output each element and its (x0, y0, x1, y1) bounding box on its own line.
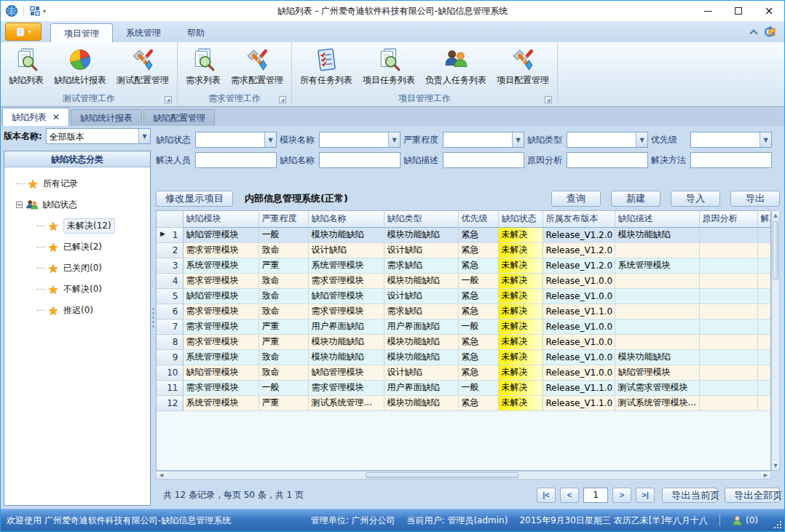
ribbon-button-缺陷统计报表[interactable]: 缺陷统计报表 (49, 44, 111, 88)
horizontal-scroll-thumb[interactable] (366, 472, 519, 478)
ribbon-button-负责人任务列表[interactable]: 负责人任务列表 (420, 44, 492, 88)
tree-item-推迟(0)[interactable]: ★推迟(0) (4, 300, 150, 321)
combo-dropdown-icon[interactable]: ▼ (636, 132, 647, 147)
ribbon-button-项目配置管理[interactable]: 项目配置管理 (492, 44, 554, 88)
quick-access-grid-icon[interactable] (29, 5, 41, 17)
style-refresh-icon[interactable] (764, 25, 777, 39)
export-all-pages-button[interactable]: 导出全部页 (725, 488, 780, 503)
filter-input-缺陷名称[interactable] (319, 152, 401, 168)
filter-combo-严重程度[interactable]: ▼ (443, 132, 524, 148)
combo-dropdown-icon[interactable]: ▼ (512, 132, 524, 147)
ribbon-button-需求列表[interactable]: 需求列表 (181, 44, 226, 88)
tree-item-未解决(12)[interactable]: ★未解决(12) (4, 215, 150, 237)
combo-dropdown-icon[interactable]: ▼ (760, 132, 771, 147)
filter-input-原因分析[interactable] (567, 152, 648, 168)
cell-缺陷名称: 需求管理模块 (308, 303, 384, 319)
cell-缺陷描述: 测试系统管理模块... (615, 395, 699, 410)
ribbon-button-需求配置管理[interactable]: 需求配置管理 (226, 44, 288, 88)
ribbon-tab-项目管理[interactable]: 项目管理 (50, 23, 113, 42)
dialog-launcher-icon[interactable]: ◢ (279, 96, 286, 103)
version-combo[interactable]: 全部版本 ▼ (46, 128, 151, 144)
tree-item-缺陷状态[interactable]: 缺陷状态 (4, 194, 150, 215)
filter-input-解决方法[interactable] (690, 152, 772, 168)
tab-close-icon[interactable]: ✕ (52, 113, 60, 122)
previous-page-button[interactable]: < (560, 488, 579, 503)
table-row[interactable]: 9系统管理模块致命模块功能缺陷模块功能缺陷紧急未解决Release_V1.0.0… (157, 349, 771, 365)
tree-item-不解决(0)[interactable]: ★不解决(0) (4, 279, 150, 300)
vertical-scroll-thumb[interactable] (773, 221, 778, 279)
dialog-launcher-icon[interactable]: ◢ (545, 96, 552, 103)
column-header-缺陷描述[interactable]: 缺陷描述 (615, 211, 699, 227)
table-row[interactable]: 12系统管理模块严重测试系统管理...模块功能缺陷紧急未解决Release_V1… (157, 395, 771, 410)
ribbon-button-测试配置管理[interactable]: 测试配置管理 (111, 44, 174, 88)
minimize-button[interactable] (693, 1, 723, 21)
doc-tab-缺陷列表[interactable]: 缺陷列表✕ (2, 108, 69, 126)
toolbar-button-查询[interactable]: 查询 (551, 191, 601, 207)
quick-access-caret-icon[interactable]: ▾ (43, 8, 46, 15)
column-header-优先级[interactable]: 优先级 (458, 211, 498, 227)
filter-combo-缺陷状态[interactable]: ▼ (195, 132, 277, 148)
filter-input-解决人员[interactable] (195, 152, 277, 168)
cell-所属发布版本: Release_V1.0.0 (543, 334, 615, 349)
close-button[interactable]: × (754, 1, 784, 21)
column-header-缺陷类型[interactable]: 缺陷类型 (384, 211, 458, 227)
table-row[interactable]: 8需求管理模块严重模块功能缺陷模块功能缺陷紧急未解决Release_V1.0.0 (157, 334, 771, 349)
table-row[interactable]: 2需求管理模块致命设计缺陷设计缺陷紧急未解决Release_V1.2.0 (157, 242, 771, 258)
table-row[interactable]: 4需求管理模块致命需求管理模块模块功能缺陷一般未解决Release_V1.0.0 (157, 273, 771, 288)
version-combo-dropdown-icon[interactable]: ▼ (138, 129, 150, 143)
first-page-button[interactable]: |< (537, 488, 556, 503)
toolbar-button-导出[interactable]: 导出 (730, 191, 780, 207)
maximize-button[interactable] (723, 1, 754, 21)
filter-combo-模块名称[interactable]: ▼ (319, 132, 401, 148)
column-header-缺陷名称[interactable]: 缺陷名称 (308, 211, 384, 227)
ribbon-button-所有任务列表[interactable]: 所有任务列表 (295, 44, 358, 88)
filter-combo-优先级[interactable]: ▼ (690, 132, 772, 148)
table-row[interactable]: 3系统管理模块严重系统管理模块需求缺陷紧急未解决Release_V1.2.0系统… (157, 258, 771, 273)
filter-combo-缺陷类型[interactable]: ▼ (567, 132, 648, 148)
table-row[interactable]: ▶1缺陷管理模块一般模块功能缺陷模块功能缺陷紧急未解决Release_V1.2.… (157, 227, 771, 242)
last-page-button[interactable]: >| (636, 488, 655, 503)
export-current-page-button[interactable]: 导出当前页 (662, 488, 717, 503)
table-row[interactable]: 5缺陷管理模块致命缺陷管理模块设计缺陷紧急未解决Release_V1.0.0 (157, 288, 771, 303)
cell-缺陷状态: 未解决 (498, 242, 543, 258)
tree-item-所有记录[interactable]: ★所有记录 (4, 173, 150, 194)
resize-grip-icon[interactable] (774, 521, 782, 529)
modify-columns-button[interactable]: 修改显示项目 (156, 191, 233, 207)
tree-item-已关闭(0)[interactable]: ★已关闭(0) (4, 258, 150, 279)
panel-splitter[interactable] (151, 126, 156, 509)
star-icon: ★ (47, 283, 58, 296)
toolbar-button-导入[interactable]: 导入 (671, 191, 720, 207)
tree-item-已解决(2)[interactable]: ★已解决(2) (4, 237, 150, 258)
table-row[interactable]: 10缺陷管理模块致命缺陷管理模块设计缺陷紧急未解决Release_V1.0.0缺… (157, 365, 771, 380)
table-row[interactable]: 6需求管理模块致命需求管理模块需求缺陷紧急未解决Release_V1.1.0 (157, 303, 771, 319)
ribbon-tab-系统管理[interactable]: 系统管理 (113, 23, 174, 42)
message-indicator[interactable]: (0) (732, 515, 758, 526)
column-header-所属发布版本[interactable]: 所属发布版本 (543, 211, 615, 227)
ribbon-button-项目任务列表[interactable]: 项目任务列表 (358, 44, 420, 88)
scroll-up-icon[interactable]: ▲ (772, 211, 779, 220)
scroll-right-icon[interactable]: ▶ (761, 472, 770, 479)
ribbon-tab-帮助[interactable]: 帮助 (174, 23, 218, 42)
filter-input-缺陷描述[interactable] (443, 152, 524, 168)
table-row[interactable]: 11需求管理模块一般需求管理模块用户界面缺陷一般未解决Release_V1.1.… (157, 380, 771, 395)
table-row[interactable]: 7需求管理模块严重用户界面缺陷用户界面缺陷一般未解决Release_V1.0.0 (157, 319, 771, 334)
toolbar-button-新建[interactable]: 新建 (611, 191, 660, 207)
column-header-原因分析[interactable]: 原因分析 (699, 211, 757, 227)
scroll-left-icon[interactable]: ◀ (157, 472, 166, 479)
dialog-launcher-icon[interactable]: ◢ (165, 96, 172, 103)
column-header-解决方法[interactable]: 解决方法 (757, 211, 771, 227)
combo-dropdown-icon[interactable]: ▼ (264, 132, 276, 147)
page-number-input[interactable] (583, 488, 608, 503)
doc-tab-缺陷配置管理[interactable]: 缺陷配置管理 (143, 109, 215, 126)
next-page-button[interactable]: > (612, 488, 631, 503)
collapse-ribbon-icon[interactable] (749, 29, 757, 37)
doc-tab-缺陷统计报表[interactable]: 缺陷统计报表 (71, 109, 142, 126)
ribbon-button-缺陷列表[interactable]: 缺陷列表 (4, 44, 49, 88)
combo-dropdown-icon[interactable]: ▼ (388, 132, 400, 147)
application-menu-button[interactable]: ▾ (5, 23, 42, 41)
scroll-down-icon[interactable]: ▼ (772, 461, 779, 470)
tree-expander-icon[interactable] (16, 202, 23, 208)
column-header-缺陷状态[interactable]: 缺陷状态 (498, 211, 543, 227)
column-header-缺陷模块[interactable]: 缺陷模块 (183, 211, 259, 227)
column-header-严重程度[interactable]: 严重程度 (259, 211, 308, 227)
